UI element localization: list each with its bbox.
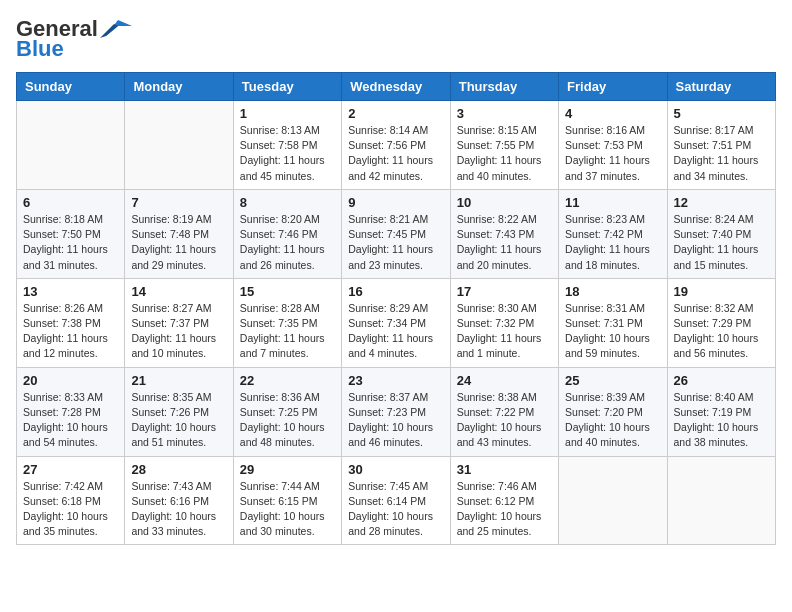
logo-bird-icon (100, 16, 132, 42)
day-info: Sunrise: 8:28 AM Sunset: 7:35 PM Dayligh… (240, 301, 335, 362)
logo: General Blue (16, 16, 132, 62)
calendar-cell: 13Sunrise: 8:26 AM Sunset: 7:38 PM Dayli… (17, 278, 125, 367)
day-number: 25 (565, 373, 660, 388)
day-number: 6 (23, 195, 118, 210)
calendar-cell: 12Sunrise: 8:24 AM Sunset: 7:40 PM Dayli… (667, 189, 775, 278)
day-info: Sunrise: 8:22 AM Sunset: 7:43 PM Dayligh… (457, 212, 552, 273)
calendar-cell: 1Sunrise: 8:13 AM Sunset: 7:58 PM Daylig… (233, 101, 341, 190)
day-number: 18 (565, 284, 660, 299)
calendar-cell: 8Sunrise: 8:20 AM Sunset: 7:46 PM Daylig… (233, 189, 341, 278)
day-info: Sunrise: 7:44 AM Sunset: 6:15 PM Dayligh… (240, 479, 335, 540)
day-number: 15 (240, 284, 335, 299)
calendar-cell: 11Sunrise: 8:23 AM Sunset: 7:42 PM Dayli… (559, 189, 667, 278)
page: General Blue Sunday Monday Tuesday Wedne… (0, 0, 792, 561)
day-number: 2 (348, 106, 443, 121)
day-number: 28 (131, 462, 226, 477)
calendar-cell: 21Sunrise: 8:35 AM Sunset: 7:26 PM Dayli… (125, 367, 233, 456)
calendar-cell: 9Sunrise: 8:21 AM Sunset: 7:45 PM Daylig… (342, 189, 450, 278)
day-number: 5 (674, 106, 769, 121)
day-info: Sunrise: 7:43 AM Sunset: 6:16 PM Dayligh… (131, 479, 226, 540)
calendar-cell: 22Sunrise: 8:36 AM Sunset: 7:25 PM Dayli… (233, 367, 341, 456)
col-saturday: Saturday (667, 73, 775, 101)
calendar-week-row: 20Sunrise: 8:33 AM Sunset: 7:28 PM Dayli… (17, 367, 776, 456)
day-info: Sunrise: 8:18 AM Sunset: 7:50 PM Dayligh… (23, 212, 118, 273)
day-info: Sunrise: 8:16 AM Sunset: 7:53 PM Dayligh… (565, 123, 660, 184)
day-number: 19 (674, 284, 769, 299)
day-info: Sunrise: 8:31 AM Sunset: 7:31 PM Dayligh… (565, 301, 660, 362)
calendar-cell: 31Sunrise: 7:46 AM Sunset: 6:12 PM Dayli… (450, 456, 558, 545)
day-number: 11 (565, 195, 660, 210)
calendar-cell (17, 101, 125, 190)
day-number: 26 (674, 373, 769, 388)
day-number: 23 (348, 373, 443, 388)
day-info: Sunrise: 8:13 AM Sunset: 7:58 PM Dayligh… (240, 123, 335, 184)
col-wednesday: Wednesday (342, 73, 450, 101)
col-thursday: Thursday (450, 73, 558, 101)
day-number: 1 (240, 106, 335, 121)
day-number: 4 (565, 106, 660, 121)
calendar-week-row: 13Sunrise: 8:26 AM Sunset: 7:38 PM Dayli… (17, 278, 776, 367)
day-number: 30 (348, 462, 443, 477)
calendar-cell: 27Sunrise: 7:42 AM Sunset: 6:18 PM Dayli… (17, 456, 125, 545)
calendar-cell: 23Sunrise: 8:37 AM Sunset: 7:23 PM Dayli… (342, 367, 450, 456)
day-info: Sunrise: 8:26 AM Sunset: 7:38 PM Dayligh… (23, 301, 118, 362)
day-info: Sunrise: 7:46 AM Sunset: 6:12 PM Dayligh… (457, 479, 552, 540)
day-info: Sunrise: 8:27 AM Sunset: 7:37 PM Dayligh… (131, 301, 226, 362)
day-number: 7 (131, 195, 226, 210)
day-number: 16 (348, 284, 443, 299)
day-info: Sunrise: 8:37 AM Sunset: 7:23 PM Dayligh… (348, 390, 443, 451)
day-info: Sunrise: 8:38 AM Sunset: 7:22 PM Dayligh… (457, 390, 552, 451)
calendar-cell: 6Sunrise: 8:18 AM Sunset: 7:50 PM Daylig… (17, 189, 125, 278)
day-info: Sunrise: 8:23 AM Sunset: 7:42 PM Dayligh… (565, 212, 660, 273)
calendar-cell: 19Sunrise: 8:32 AM Sunset: 7:29 PM Dayli… (667, 278, 775, 367)
logo-blue-text: Blue (16, 36, 64, 62)
day-number: 31 (457, 462, 552, 477)
day-number: 13 (23, 284, 118, 299)
calendar-cell: 28Sunrise: 7:43 AM Sunset: 6:16 PM Dayli… (125, 456, 233, 545)
col-friday: Friday (559, 73, 667, 101)
day-number: 10 (457, 195, 552, 210)
calendar-cell: 10Sunrise: 8:22 AM Sunset: 7:43 PM Dayli… (450, 189, 558, 278)
calendar-cell: 15Sunrise: 8:28 AM Sunset: 7:35 PM Dayli… (233, 278, 341, 367)
day-number: 20 (23, 373, 118, 388)
calendar-cell: 30Sunrise: 7:45 AM Sunset: 6:14 PM Dayli… (342, 456, 450, 545)
calendar-cell: 5Sunrise: 8:17 AM Sunset: 7:51 PM Daylig… (667, 101, 775, 190)
day-number: 8 (240, 195, 335, 210)
day-info: Sunrise: 8:30 AM Sunset: 7:32 PM Dayligh… (457, 301, 552, 362)
calendar-cell: 16Sunrise: 8:29 AM Sunset: 7:34 PM Dayli… (342, 278, 450, 367)
svg-marker-1 (100, 24, 118, 38)
calendar-cell: 4Sunrise: 8:16 AM Sunset: 7:53 PM Daylig… (559, 101, 667, 190)
calendar-cell: 25Sunrise: 8:39 AM Sunset: 7:20 PM Dayli… (559, 367, 667, 456)
day-number: 14 (131, 284, 226, 299)
day-number: 3 (457, 106, 552, 121)
calendar-table: Sunday Monday Tuesday Wednesday Thursday… (16, 72, 776, 545)
calendar-cell: 17Sunrise: 8:30 AM Sunset: 7:32 PM Dayli… (450, 278, 558, 367)
svg-marker-0 (106, 20, 132, 36)
day-info: Sunrise: 8:33 AM Sunset: 7:28 PM Dayligh… (23, 390, 118, 451)
calendar-week-row: 6Sunrise: 8:18 AM Sunset: 7:50 PM Daylig… (17, 189, 776, 278)
day-info: Sunrise: 8:29 AM Sunset: 7:34 PM Dayligh… (348, 301, 443, 362)
day-number: 24 (457, 373, 552, 388)
calendar-cell: 26Sunrise: 8:40 AM Sunset: 7:19 PM Dayli… (667, 367, 775, 456)
day-info: Sunrise: 8:20 AM Sunset: 7:46 PM Dayligh… (240, 212, 335, 273)
calendar-cell (559, 456, 667, 545)
calendar-cell: 3Sunrise: 8:15 AM Sunset: 7:55 PM Daylig… (450, 101, 558, 190)
calendar-cell: 29Sunrise: 7:44 AM Sunset: 6:15 PM Dayli… (233, 456, 341, 545)
day-info: Sunrise: 8:40 AM Sunset: 7:19 PM Dayligh… (674, 390, 769, 451)
day-info: Sunrise: 7:45 AM Sunset: 6:14 PM Dayligh… (348, 479, 443, 540)
day-info: Sunrise: 8:19 AM Sunset: 7:48 PM Dayligh… (131, 212, 226, 273)
day-info: Sunrise: 8:32 AM Sunset: 7:29 PM Dayligh… (674, 301, 769, 362)
calendar-header-row: Sunday Monday Tuesday Wednesday Thursday… (17, 73, 776, 101)
day-info: Sunrise: 8:24 AM Sunset: 7:40 PM Dayligh… (674, 212, 769, 273)
calendar-cell (125, 101, 233, 190)
day-number: 29 (240, 462, 335, 477)
day-number: 21 (131, 373, 226, 388)
col-monday: Monday (125, 73, 233, 101)
calendar-cell: 2Sunrise: 8:14 AM Sunset: 7:56 PM Daylig… (342, 101, 450, 190)
day-number: 12 (674, 195, 769, 210)
day-number: 27 (23, 462, 118, 477)
day-info: Sunrise: 8:15 AM Sunset: 7:55 PM Dayligh… (457, 123, 552, 184)
col-tuesday: Tuesday (233, 73, 341, 101)
day-info: Sunrise: 8:21 AM Sunset: 7:45 PM Dayligh… (348, 212, 443, 273)
header: General Blue (16, 16, 776, 62)
